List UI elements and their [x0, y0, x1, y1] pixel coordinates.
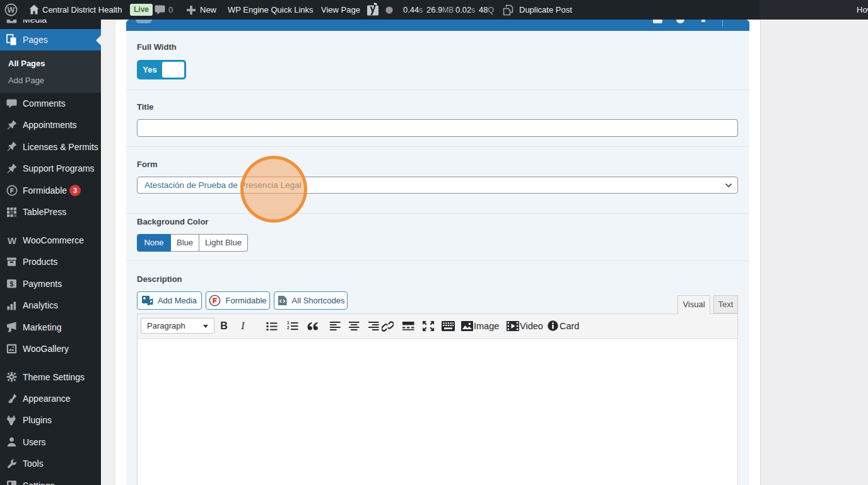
svg-text:1: 1	[287, 321, 290, 325]
svg-text:$: $	[10, 281, 14, 288]
svg-text:W: W	[8, 6, 15, 15]
svg-text:2: 2	[287, 325, 290, 330]
svg-text:W: W	[8, 236, 17, 245]
